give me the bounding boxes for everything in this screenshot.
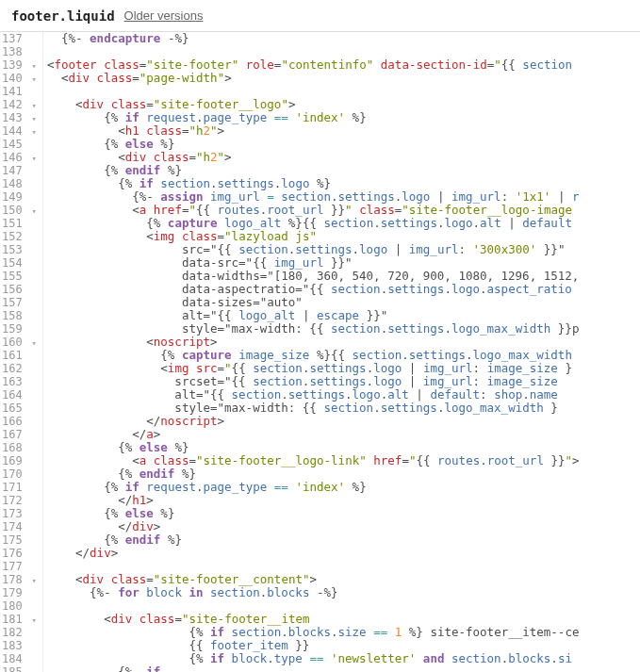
line-number: 182 <box>2 626 37 639</box>
line-number: 166 <box>2 415 37 428</box>
code-line[interactable]: <div class="site-footer__content"> <box>47 573 640 586</box>
code-line[interactable]: <div class="site-footer__logo"> <box>47 98 640 111</box>
code-line[interactable]: <a class="site-footer__logo-link" href="… <box>47 454 640 467</box>
code-line[interactable]: data-sizes="auto" <box>47 296 640 309</box>
code-line[interactable]: {%- endcapture -%} <box>47 32 640 45</box>
line-number: 179 <box>2 586 37 599</box>
line-number: 169 <box>2 454 37 467</box>
code-line[interactable]: </noscript> <box>47 415 640 428</box>
line-number: 151 <box>2 217 37 230</box>
line-number: 137 <box>2 32 37 45</box>
code-line[interactable]: {% if request.page_type == 'index' %} <box>47 111 640 124</box>
line-number: 146 ▾ <box>2 151 37 164</box>
file-header: footer.liquid Older versions <box>0 0 640 32</box>
code-line[interactable]: </h1> <box>47 494 640 507</box>
line-number: 144 ▾ <box>2 124 37 138</box>
line-number: 148 <box>2 177 37 190</box>
code-line[interactable]: src="{{ section.settings.logo | img_url:… <box>47 243 640 256</box>
code-line[interactable]: <div class="page-width"> <box>47 72 640 85</box>
code-line[interactable]: {% if request.page_type == 'index' %} <box>47 481 640 494</box>
line-number: 183 <box>2 639 37 652</box>
code-line[interactable]: <noscript> <box>47 336 640 349</box>
code-line[interactable]: data-aspectratio="{{ section.settings.lo… <box>47 283 640 296</box>
code-line[interactable]: {% else %} <box>47 507 640 520</box>
code-line[interactable]: {%- if <box>47 665 640 672</box>
code-line[interactable]: data-widths="[180, 360, 540, 720, 900, 1… <box>47 270 640 283</box>
code-line[interactable]: <div class="h2"> <box>47 151 640 164</box>
older-versions-link[interactable]: Older versions <box>124 8 204 23</box>
code-line[interactable] <box>47 599 640 613</box>
line-number: 143 ▾ <box>2 111 37 124</box>
code-line[interactable]: <div class="site-footer__item <box>47 613 640 626</box>
line-number: 152 <box>2 230 37 243</box>
code-line[interactable]: {% endif %} <box>47 533 640 547</box>
line-number: 168 <box>2 441 37 454</box>
code-line[interactable]: {%- assign img_url = section.settings.lo… <box>47 190 640 204</box>
line-number: 156 <box>2 283 37 296</box>
line-number: 138 <box>2 45 37 58</box>
line-number: 175 <box>2 533 37 547</box>
line-number: 176 <box>2 547 37 560</box>
code-line[interactable] <box>47 560 640 573</box>
filename: footer.liquid <box>11 8 115 24</box>
code-line[interactable] <box>47 85 640 98</box>
line-number: 167 <box>2 428 37 441</box>
code-line[interactable]: {% endif %} <box>47 164 640 177</box>
code-line[interactable]: {% else %} <box>47 441 640 454</box>
line-number: 164 <box>2 388 37 402</box>
line-number: 163 <box>2 375 37 388</box>
line-number: 150 ▾ <box>2 204 37 217</box>
code-line[interactable]: <img class="lazyload js" <box>47 230 640 243</box>
code-line[interactable] <box>47 45 640 58</box>
code-line[interactable]: <a href="{{ routes.root_url }}" class="s… <box>47 204 640 217</box>
line-number: 160 ▾ <box>2 336 37 349</box>
code-editor[interactable]: 137 138 139 ▾140 ▾141 142 ▾143 ▾144 ▾145… <box>0 32 640 672</box>
line-number: 139 ▾ <box>2 58 37 72</box>
line-number: 141 <box>2 85 37 98</box>
line-number: 165 <box>2 402 37 415</box>
code-line[interactable]: data-src="{{ img_url }}" <box>47 256 640 270</box>
code-line[interactable]: alt="{{ logo_alt | escape }}" <box>47 309 640 322</box>
code-line[interactable]: </div> <box>47 547 640 560</box>
line-number: 180 <box>2 599 37 613</box>
line-number: 142 ▾ <box>2 98 37 111</box>
line-number: 185 <box>2 665 37 672</box>
line-number: 170 <box>2 467 37 481</box>
line-number: 157 <box>2 296 37 309</box>
code-line[interactable]: style="max-width: {{ section.settings.lo… <box>47 402 640 415</box>
line-number: 140 ▾ <box>2 72 37 85</box>
line-number: 174 <box>2 520 37 533</box>
code-line[interactable]: {% if block.type == 'newsletter' and sec… <box>47 652 640 665</box>
line-number: 159 <box>2 322 37 336</box>
code-line[interactable]: alt="{{ section.settings.logo.alt | defa… <box>47 388 640 402</box>
line-number: 145 <box>2 138 37 151</box>
line-number: 147 <box>2 164 37 177</box>
code-area[interactable]: {%- endcapture -%} <footer class="site-f… <box>43 32 640 672</box>
line-number: 184 <box>2 652 37 665</box>
code-line[interactable]: </div> <box>47 520 640 533</box>
code-line[interactable]: {% endif %} <box>47 467 640 481</box>
code-line[interactable]: {% else %} <box>47 138 640 151</box>
code-line[interactable]: <h1 class="h2"> <box>47 124 640 138</box>
code-line[interactable]: {% if section.settings.logo %} <box>47 177 640 190</box>
line-number: 171 <box>2 481 37 494</box>
code-line[interactable]: style="max-width: {{ section.settings.lo… <box>47 322 640 336</box>
line-number: 172 <box>2 494 37 507</box>
code-line[interactable]: {% capture logo_alt %}{{ section.setting… <box>47 217 640 230</box>
line-number: 181 ▾ <box>2 613 37 626</box>
code-line[interactable]: {{ footer_item }} <box>47 639 640 652</box>
code-line[interactable]: <img src="{{ section.settings.logo | img… <box>47 362 640 375</box>
code-line[interactable]: {%- for block in section.blocks -%} <box>47 586 640 599</box>
code-line[interactable]: {% if section.blocks.size == 1 %} site-f… <box>47 626 640 639</box>
code-line[interactable]: {% capture image_size %}{{ section.setti… <box>47 349 640 362</box>
code-line[interactable]: </a> <box>47 428 640 441</box>
line-number: 149 <box>2 190 37 204</box>
code-line[interactable]: srcset="{{ section.settings.logo | img_u… <box>47 375 640 388</box>
line-number: 154 <box>2 256 37 270</box>
line-number: 161 <box>2 349 37 362</box>
line-numbers-gutter: 137 138 139 ▾140 ▾141 142 ▾143 ▾144 ▾145… <box>0 32 43 672</box>
line-number: 153 <box>2 243 37 256</box>
code-line[interactable]: <footer class="site-footer" role="conten… <box>47 58 640 72</box>
line-number: 155 <box>2 270 37 283</box>
line-number: 158 <box>2 309 37 322</box>
